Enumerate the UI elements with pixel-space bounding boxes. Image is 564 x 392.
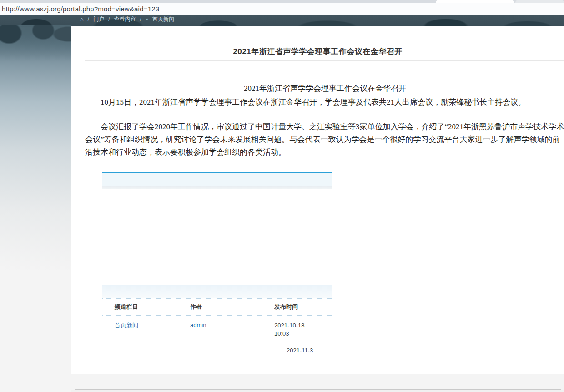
breadcrumb-item-portal[interactable]: 门户 bbox=[93, 15, 104, 23]
channel-link[interactable]: 首页新闻 bbox=[115, 322, 138, 329]
article-meta-table: 频道栏目 作者 发布时间 首页新闻 admin 2021-10-18 10:03… bbox=[102, 285, 332, 364]
publish-date: 2021-10-18 bbox=[274, 322, 319, 330]
chevron-right-icon: » bbox=[146, 16, 148, 22]
rating-box-footer-strip bbox=[102, 186, 332, 189]
table-row: 首页新闻 admin 2021-10-18 10:03 bbox=[102, 316, 332, 342]
publish-date: 2021-11-3 bbox=[287, 348, 332, 354]
header-channel: 频道栏目 bbox=[102, 303, 190, 311]
breadcrumb-separator: / bbox=[108, 16, 110, 22]
publish-time-value-clipped: 2021-11-3 bbox=[287, 348, 332, 355]
page-title: 2021年浙江省声学学会理事工作会议在金华召开 bbox=[71, 46, 564, 57]
dotted-divider bbox=[102, 342, 332, 342]
article-body: 2021年浙江省声学学会理事工作会议在金华召开 10月15日，2021年浙江省声… bbox=[85, 82, 564, 159]
table-row: 2021-11-3 bbox=[102, 348, 332, 364]
footer-sub-strip bbox=[71, 390, 564, 392]
rating-box-header bbox=[102, 172, 332, 186]
meta-table-top-band bbox=[102, 285, 332, 298]
publish-clock: 10:03 bbox=[274, 330, 319, 338]
breadcrumb-separator: / bbox=[140, 16, 141, 22]
breadcrumb: ⌂ / 门户 / 查看内容 / » 首页新闻 bbox=[80, 15, 174, 23]
author-link[interactable]: admin bbox=[190, 322, 206, 328]
rating-box bbox=[102, 172, 332, 189]
header-publish-time: 发布时间 bbox=[274, 303, 319, 311]
meta-table-header-row: 频道栏目 作者 发布时间 bbox=[102, 299, 332, 315]
url-text[interactable]: http://www.aszj.org/portal.php?mod=view&… bbox=[2, 5, 159, 13]
home-icon[interactable]: ⌂ bbox=[80, 16, 84, 23]
header-author: 作者 bbox=[190, 303, 274, 311]
article-paragraph-2: 会议汇报了学会2020年工作情况，审议通过了中国计量大学、之江实验室等3家单位加… bbox=[85, 121, 564, 159]
title-divider bbox=[85, 60, 564, 61]
publish-time-value: 2021-10-18 10:03 bbox=[274, 322, 319, 338]
breadcrumb-separator: / bbox=[88, 16, 89, 22]
article-body-heading: 2021年浙江省声学学会理事工作会议在金华召开 bbox=[85, 82, 564, 95]
article-panel: 2021年浙江省声学学会理事工作会议在金华召开 2021年浙江省声学学会理事工作… bbox=[71, 26, 564, 374]
treeline-image-left bbox=[0, 25, 71, 61]
breadcrumb-item-channel[interactable]: 首页新闻 bbox=[152, 15, 174, 23]
breadcrumb-item-view[interactable]: 查看内容 bbox=[114, 15, 136, 23]
article-paragraph-1: 10月15日，2021年浙江省声学学会理事工作会议在浙江金华召开，学会理事及代表… bbox=[85, 95, 564, 109]
url-bar[interactable]: http://www.aszj.org/portal.php?mod=view&… bbox=[0, 3, 564, 15]
